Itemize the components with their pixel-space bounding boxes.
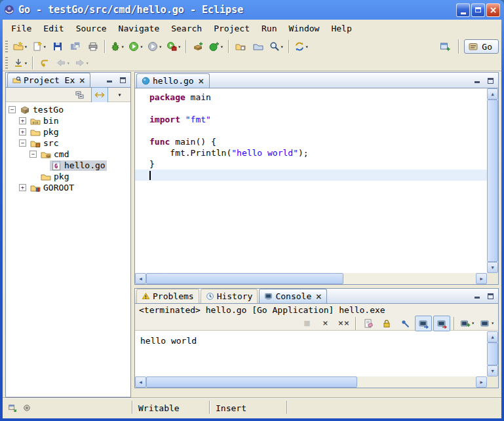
workspace-status-icon[interactable] — [22, 403, 31, 412]
code-line[interactable] — [135, 103, 487, 114]
import-jar-button[interactable] — [232, 39, 249, 54]
scroll-left-icon[interactable]: ◀ — [135, 376, 146, 388]
clear-console-button[interactable] — [360, 316, 377, 331]
maximize-console-button[interactable] — [485, 291, 495, 301]
expander-icon[interactable]: + — [19, 184, 26, 191]
terminate-button[interactable]: ■ — [298, 316, 315, 331]
remove-launch-button[interactable]: × — [317, 316, 334, 331]
close-editor-icon[interactable]: × — [198, 77, 204, 86]
pin-console-button[interactable] — [397, 316, 414, 331]
expander-icon[interactable]: + — [19, 128, 26, 136]
scroll-right-icon[interactable]: ▶ — [476, 376, 487, 388]
menu-file[interactable]: File — [5, 22, 37, 35]
scroll-lock-button[interactable] — [378, 316, 395, 331]
tab-history[interactable]: History — [201, 289, 258, 303]
title-bar[interactable]: Go - testGo/src/cmd/hello.go - Eclipse × — [0, 0, 504, 20]
show-console-stdout-button[interactable] — [415, 316, 432, 331]
tab-problems[interactable]: Problems — [136, 289, 199, 303]
tree-item-hello-go[interactable]: G hello.go — [6, 160, 130, 171]
scrollbar-thumb[interactable] — [146, 376, 357, 388]
run-dropdown-button[interactable]: ▾ — [126, 39, 145, 54]
scroll-up-icon[interactable]: ▲ — [487, 88, 498, 100]
minimize-button[interactable] — [456, 3, 470, 17]
go-perspective-button[interactable]: Go — [464, 39, 499, 54]
code-line[interactable]: func main() { — [135, 136, 487, 147]
editor-vertical-scrollbar[interactable]: ▲ ▼ — [487, 88, 498, 273]
maximize-button[interactable] — [471, 3, 485, 17]
close-view-icon[interactable]: × — [79, 76, 85, 85]
profile-dropdown-button[interactable]: ▾ — [145, 39, 164, 54]
menu-search[interactable]: Search — [165, 22, 208, 35]
display-selected-console-dropdown-button[interactable]: ▾ — [478, 316, 496, 331]
code-area[interactable]: package main import "fmt" func main() { … — [135, 88, 487, 273]
external-tools-dropdown-button[interactable]: ▾ — [165, 39, 183, 54]
scroll-up-icon[interactable]: ▲ — [487, 331, 498, 342]
new-class-dropdown-button[interactable]: ▾ — [207, 39, 225, 54]
last-edit-location-button[interactable] — [36, 55, 53, 71]
minimize-editor-button[interactable] — [472, 76, 482, 85]
open-perspective-button[interactable] — [436, 39, 454, 54]
scroll-down-icon[interactable]: ▼ — [487, 365, 498, 376]
maximize-view-button[interactable] — [117, 75, 128, 84]
code-line[interactable]: package main — [135, 92, 487, 103]
debug-dropdown-button[interactable]: ▾ — [108, 39, 126, 54]
new-package-button[interactable] — [189, 39, 206, 54]
open-console-dropdown-button[interactable]: ▾ — [458, 316, 476, 331]
scroll-right-icon[interactable]: ▶ — [476, 273, 487, 284]
save-all-button[interactable] — [67, 39, 84, 54]
menu-run[interactable]: Run — [256, 22, 282, 35]
print-button[interactable] — [85, 39, 102, 54]
tree-item-testgo[interactable]: − testGo — [6, 104, 130, 115]
collapse-all-button[interactable] — [71, 87, 88, 103]
menu-edit[interactable]: Edit — [37, 22, 69, 35]
expander-icon[interactable]: + — [19, 117, 26, 124]
code-line[interactable]: fmt.Println("hello world"); — [135, 147, 487, 158]
menu-project[interactable]: Project — [208, 22, 256, 35]
remove-all-terminated-button[interactable]: ×× — [335, 316, 352, 331]
console-vertical-scrollbar[interactable]: ▲ ▼ — [487, 331, 498, 376]
menu-source[interactable]: Source — [70, 22, 113, 35]
maximize-editor-button[interactable] — [485, 76, 495, 85]
menu-navigate[interactable]: Navigate — [113, 22, 166, 35]
search-dropdown-button[interactable]: ▾ — [267, 39, 286, 54]
expander-icon[interactable]: − — [29, 151, 37, 158]
tree-item-cmd[interactable]: − cmd — [6, 149, 130, 160]
back-dropdown-button[interactable]: ▾ — [54, 55, 72, 71]
link-with-editor-button[interactable] — [91, 87, 108, 103]
toolbar-grip[interactable] — [5, 41, 8, 52]
scroll-left-icon[interactable]: ◀ — [135, 273, 146, 284]
menu-window[interactable]: Window — [282, 22, 325, 35]
tree-item-pkg[interactable]: + pkg — [6, 126, 130, 137]
team-sync-dropdown-button[interactable]: ▾ — [292, 39, 311, 54]
show-console-stderr-button[interactable] — [433, 316, 450, 331]
tree-item-goroot[interactable]: + GOROOT — [6, 182, 130, 193]
scrollbar-thumb[interactable] — [487, 100, 498, 262]
fast-view-icon[interactable] — [8, 403, 17, 412]
code-line-current[interactable] — [135, 170, 487, 181]
view-menu-button[interactable]: ▾ — [111, 87, 128, 103]
new-file-dropdown-button[interactable]: ▾ — [30, 39, 48, 54]
tab-hello-go[interactable]: hello.go × — [136, 73, 210, 88]
open-archive-button[interactable] — [250, 39, 267, 54]
scrollbar-thumb[interactable] — [146, 273, 343, 284]
menu-help[interactable]: Help — [325, 22, 357, 35]
scroll-down-icon[interactable]: ▼ — [487, 262, 498, 273]
new-project-dropdown-button[interactable]: ▾ — [11, 39, 29, 54]
tree-item-pkg-src[interactable]: pkg — [6, 171, 130, 182]
close-button[interactable]: × — [486, 3, 500, 17]
save-button[interactable] — [49, 39, 66, 54]
tree-item-bin[interactable]: + 010 bin — [6, 115, 130, 126]
scrollbar-thumb[interactable] — [487, 342, 498, 365]
minimize-view-button[interactable] — [104, 75, 115, 84]
close-console-icon[interactable]: × — [315, 292, 322, 301]
tab-project-explorer[interactable]: Project Ex × — [7, 73, 90, 87]
editor-horizontal-scrollbar[interactable]: ◀ ▶ — [135, 273, 487, 284]
expander-icon[interactable]: − — [19, 139, 26, 147]
code-line[interactable]: import "fmt" — [135, 114, 487, 125]
console-output-area[interactable]: hello world — [135, 331, 487, 376]
code-line[interactable]: } — [135, 158, 487, 170]
toolbar-grip[interactable] — [5, 57, 8, 69]
tree-item-src[interactable]: − src — [6, 137, 130, 149]
expander-icon[interactable]: − — [9, 106, 16, 113]
annotation-nav-dropdown-button[interactable]: ▾ — [11, 55, 29, 71]
